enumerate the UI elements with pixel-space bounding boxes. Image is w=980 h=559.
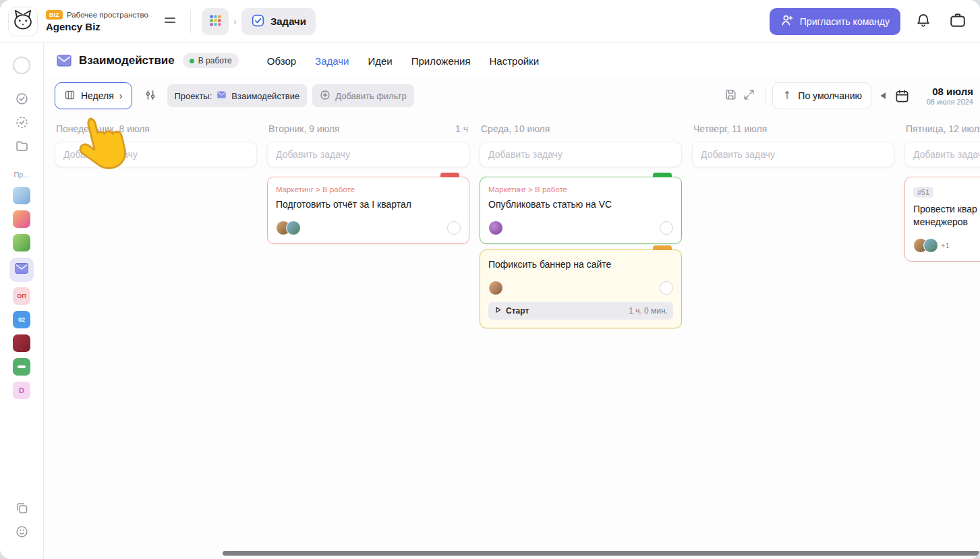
project-status-badge[interactable]: В работе [183, 53, 239, 68]
status-label: В работе [198, 56, 232, 65]
add-task-input[interactable] [480, 142, 682, 167]
add-task-input[interactable] [904, 142, 980, 167]
tab-settings[interactable]: Настройки [490, 55, 540, 67]
project-tabs: Обзор Задачи Идеи Приложения Настройки [267, 55, 539, 67]
my-tasks-icon[interactable] [15, 92, 29, 106]
week-board: Понедельник, 8 июля Вторник, 9 июля 1 ч [44, 113, 980, 559]
project-envelope-icon [56, 53, 72, 69]
assignee-avatars: +1 [913, 238, 950, 253]
add-task-input[interactable] [55, 142, 257, 167]
tab-ideas[interactable]: Идеи [368, 55, 392, 67]
envelope-icon [14, 261, 29, 278]
date-sub-label: 08 июля 2024 [915, 98, 973, 106]
sidebar-project-02[interactable]: 02 [13, 311, 30, 328]
save-view-button[interactable] [722, 86, 740, 106]
sidebar-project-rocket[interactable] [13, 210, 30, 228]
task-card-quarter[interactable]: #51 Провести квар менеджеров +1 [904, 177, 980, 262]
avatar [488, 281, 503, 295]
add-filter-label: Добавить фильтр [335, 91, 407, 101]
complete-checkbox[interactable] [660, 281, 673, 295]
sidebar-project-communication-active[interactable] [9, 258, 34, 282]
calendar-icon[interactable] [894, 88, 910, 104]
add-task-input[interactable] [267, 142, 469, 167]
board-toolbar: Неделя › Проекты: Взаимодействие [44, 78, 980, 113]
sidebar-circle-button[interactable] [13, 57, 30, 74]
prev-period-arrow[interactable] [880, 92, 886, 100]
support-icon[interactable] [15, 525, 29, 539]
projects-filter-chip[interactable]: Проекты: Взаимодействие [167, 84, 308, 107]
timer-value: 1 ч. 0 мин. [629, 306, 668, 316]
workspace-switcher[interactable]: BIZ Рабочее пространство Agency Biz [46, 10, 148, 32]
dash-icon [18, 365, 26, 368]
tasks-nav-label: Задачи [270, 16, 306, 27]
sidebar-project-darkred[interactable] [13, 334, 30, 352]
task-title: Пофиксить баннер на сайте [488, 258, 673, 271]
column-title: Вторник, 9 июля [268, 123, 340, 134]
tab-tasks[interactable]: Задачи [315, 55, 349, 67]
horizontal-scrollbar[interactable] [223, 551, 980, 556]
main-area: Взаимодействие В работе Обзор Задачи Иде… [44, 43, 980, 559]
app-window: BIZ Рабочее пространство Agency Biz [0, 0, 980, 559]
task-breadcrumb[interactable]: Маркетинг > В работе [276, 185, 461, 194]
tab-apps[interactable]: Приложения [411, 55, 471, 67]
extra-avatars-count: +1 [941, 241, 950, 249]
envelope-icon [217, 90, 227, 102]
divider [765, 88, 766, 103]
workspace-label: Рабочее пространство [67, 11, 148, 19]
sidebar-project-op[interactable]: ОП [13, 287, 30, 305]
workspace-folder-button[interactable] [946, 9, 969, 34]
add-task-input[interactable] [692, 142, 894, 167]
bell-icon [915, 12, 931, 30]
tasks-nav-button[interactable]: Задачи [241, 8, 316, 35]
task-card-article[interactable]: Маркетинг > В работе Опубликовать статью… [480, 177, 682, 244]
topbar: BIZ Рабочее пространство Agency Biz [0, 0, 980, 43]
timer-bar[interactable]: Старт 1 ч. 0 мин. [488, 302, 673, 320]
hamburger-icon [163, 13, 177, 29]
task-title: Опубликовать статью на VC [488, 198, 673, 211]
invite-team-button[interactable]: Пригласить команду [770, 8, 900, 35]
task-breadcrumb[interactable]: Маркетинг > В работе [488, 185, 673, 194]
chevron-right-icon: › [119, 90, 123, 101]
topbar-right: Пригласить команду [770, 8, 969, 35]
projects-filter-label: Проекты: [175, 91, 212, 101]
project-title: Взаимодействие [79, 54, 175, 67]
project-header: Взаимодействие В работе Обзор Задачи Иде… [44, 43, 980, 78]
task-id-badge: #51 [913, 187, 933, 198]
complete-checkbox[interactable] [660, 221, 673, 235]
plan-badge: BIZ [46, 10, 63, 20]
apps-grid-button[interactable] [202, 8, 229, 35]
sidebar-project-green[interactable] [13, 234, 30, 252]
notifications-button[interactable] [913, 9, 934, 33]
assignee-avatars [276, 220, 301, 235]
date-display[interactable]: 08 июля 08 июля 2024 [915, 86, 973, 106]
task-title-line2: менеджеров [913, 216, 980, 229]
filter-sliders-button[interactable] [142, 86, 159, 106]
add-filter-chip[interactable]: Добавить фильтр [312, 84, 414, 107]
sidebar-project-greendash[interactable] [13, 358, 30, 376]
plus-circle-icon [320, 90, 330, 102]
priority-tag-red [440, 173, 459, 177]
complete-checkbox[interactable] [447, 221, 461, 235]
task-card-report[interactable]: Маркетинг > В работе Подготовить отчёт з… [267, 177, 469, 244]
column-monday: Понедельник, 8 июля [55, 121, 257, 559]
briefcase-icon [949, 11, 967, 31]
fullscreen-button[interactable] [740, 86, 758, 106]
grid-icon [208, 13, 222, 29]
sidebar-project-team[interactable] [13, 187, 30, 204]
sidebar-project-d[interactable]: D [13, 382, 30, 399]
app-logo[interactable] [8, 7, 38, 36]
task-card-banner[interactable]: Пофиксить баннер на сайте [480, 249, 682, 328]
status-dot [190, 59, 194, 63]
sort-button[interactable]: По умолчанию [772, 82, 871, 109]
collapse-menu-button[interactable] [161, 11, 179, 32]
sort-label: По умолчанию [798, 90, 862, 101]
copy-icon[interactable] [15, 501, 29, 515]
tab-overview[interactable]: Обзор [267, 55, 296, 67]
task-title: Подготовить отчёт за I квартал [276, 198, 461, 211]
timer-start-label: Старт [506, 306, 529, 316]
view-mode-button[interactable]: Неделя › [55, 82, 132, 109]
completed-tasks-icon[interactable] [15, 115, 29, 129]
projects-folder-icon[interactable] [15, 139, 29, 153]
invite-team-label: Пригласить команду [800, 16, 890, 27]
avatar [488, 220, 503, 235]
